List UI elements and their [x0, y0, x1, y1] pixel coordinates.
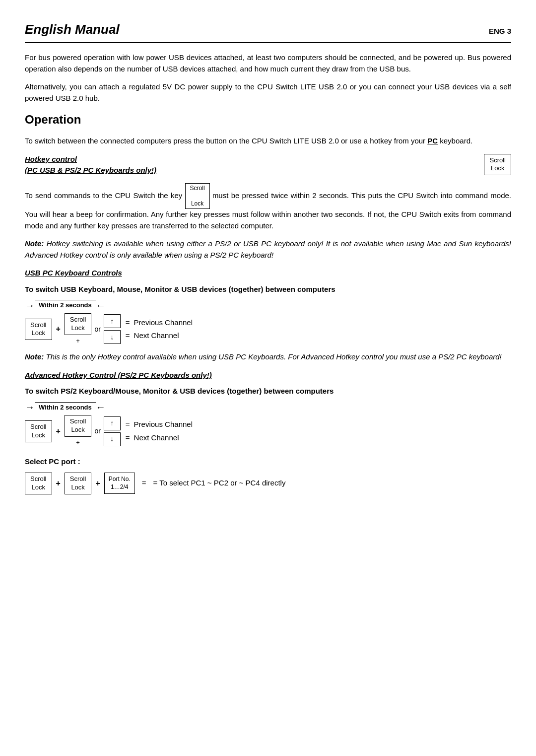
within-2s-label-ps2: Within 2 seconds: [35, 402, 96, 412]
or-text-usb: or: [94, 324, 100, 335]
scroll-lock-key-4: Scroll Lock: [65, 415, 92, 437]
prev-channel-row-usb: = Previous Channel: [126, 317, 193, 329]
ps2-switch-heading: To switch PS/2 Keyboard/Mouse, Monitor &…: [25, 386, 511, 397]
next-channel-row-ps2: = Next Channel: [126, 432, 193, 444]
plus-4: +: [76, 438, 80, 448]
channel-labels-ps2: = Previous Channel = Next Channel: [126, 419, 193, 443]
plus-2: +: [76, 336, 80, 346]
equals-next-usb: =: [126, 330, 130, 342]
down-arrow-key-usb: ↓: [104, 330, 121, 344]
paragraph-1: For bus powered operation with low power…: [25, 52, 511, 74]
plus-6: +: [95, 478, 100, 489]
note-2: Note: This is the only Hotkey control av…: [25, 351, 511, 363]
page-title: English Manual: [25, 20, 120, 39]
second-sl-group: Scroll Lock +: [65, 313, 92, 345]
scroll-lock-key-display: Scroll Lock: [484, 154, 511, 176]
paragraph-3: To switch between the connected computer…: [25, 136, 511, 147]
prev-channel-row-ps2: = Previous Channel: [126, 419, 193, 430]
up-arrow-key-usb: ↑: [104, 314, 121, 328]
plus-3: +: [56, 425, 61, 437]
scroll-lock-desc: To send commands to the CPU Switch the k…: [25, 183, 511, 232]
up-arrow-key-ps2: ↑: [104, 416, 121, 430]
equals-select: =: [142, 478, 146, 489]
equals-prev-usb: =: [126, 317, 130, 329]
hotkey-title: Hotkey control (PC USB & PS/2 PC Keyboar…: [25, 154, 469, 176]
advanced-hotkey-title: Advanced Hotkey Control (PS/2 PC Keyboar…: [25, 370, 511, 381]
usb-keys-row: Scroll Lock + Scroll Lock + or ↑ ↓ = Pre…: [25, 313, 511, 345]
arrow-right-ps2: →: [25, 402, 35, 412]
select-pc-title: Select PC port :: [25, 456, 511, 468]
fourth-sl-group: Scroll Lock +: [65, 415, 92, 447]
arrow-keys-usb: ↑ ↓: [104, 314, 121, 344]
next-channel-row-usb: = Next Channel: [126, 330, 193, 342]
next-channel-label-usb: Next Channel: [134, 330, 179, 342]
arrow-keys-ps2: ↑ ↓: [104, 416, 121, 446]
or-text-ps2: or: [94, 426, 100, 436]
scroll-lock-key-5: Scroll Lock: [25, 473, 52, 494]
within-2s-label-usb: Within 2 seconds: [35, 300, 96, 310]
arrow-left-ps2: ←: [96, 402, 106, 412]
ps2-keys-row: Scroll Lock + Scroll Lock + or ↑ ↓ = Pre…: [25, 415, 511, 447]
paragraph-2: Alternatively, you can attach a regulate…: [25, 81, 511, 104]
operation-heading: Operation: [25, 111, 511, 129]
next-channel-label-ps2: Next Channel: [134, 432, 179, 444]
within-2s-row-ps2: → Within 2 seconds ←: [25, 402, 511, 412]
arrow-right-usb: →: [25, 300, 35, 310]
ps2-hotkey-section: → Within 2 seconds ← Scroll Lock + Scrol…: [25, 402, 511, 448]
scroll-lock-key-6: Scroll Lock: [65, 473, 92, 494]
usb-hotkey-section: → Within 2 seconds ← Scroll Lock + Scrol…: [25, 300, 511, 345]
scroll-lock-key: Scroll Lock: [484, 154, 511, 176]
channel-labels-usb: = Previous Channel = Next Channel: [126, 317, 193, 342]
prev-channel-label-usb: Previous Channel: [134, 317, 193, 329]
hotkey-description: Hotkey control (PC USB & PS/2 PC Keyboar…: [25, 154, 469, 178]
select-pc-row: Scroll Lock + Scroll Lock + Port No. 1…2…: [25, 473, 511, 494]
within-2s-row-usb: → Within 2 seconds ←: [25, 300, 511, 310]
plus-5: +: [56, 478, 61, 489]
note-1: Note: Hotkey switching is available when…: [25, 238, 511, 261]
scroll-lock-key-1: Scroll Lock: [25, 319, 52, 341]
arrow-left-usb: ←: [96, 300, 106, 310]
port-no-key: Port No. 1…2/4: [104, 473, 135, 494]
plus-1: +: [56, 323, 61, 335]
scroll-lock-key-2: Scroll Lock: [65, 313, 92, 335]
usb-keyboard-title: USB PC Keyboard Controls: [25, 268, 511, 279]
down-arrow-key-ps2: ↓: [104, 432, 121, 446]
scroll-lock-key-3: Scroll Lock: [25, 420, 52, 442]
hotkey-control-section: Hotkey control (PC USB & PS/2 PC Keyboar…: [25, 154, 511, 178]
page-header: English Manual ENG 3: [25, 20, 511, 43]
prev-channel-label-ps2: Previous Channel: [134, 419, 193, 430]
page-number: ENG 3: [489, 26, 511, 37]
inline-scroll-lock-key: ScrollLock: [185, 183, 210, 209]
equals-next-ps2: =: [126, 432, 130, 444]
usb-switch-heading: To switch USB Keyboard, Mouse, Monitor &…: [25, 284, 511, 295]
equals-prev-ps2: =: [126, 419, 130, 430]
select-desc-label: = To select PC1 ~ PC2 or ~ PC4 directly: [153, 478, 286, 489]
